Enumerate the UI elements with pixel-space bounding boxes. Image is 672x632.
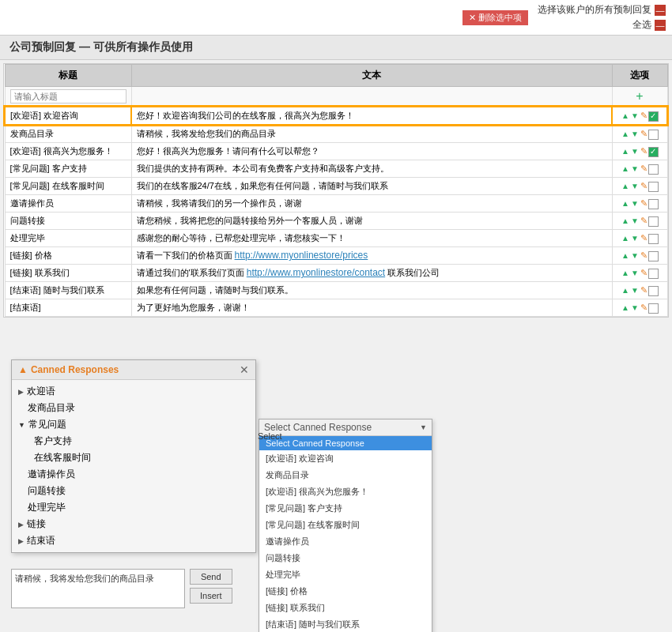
send-button[interactable]: Send	[190, 569, 232, 585]
dropdown-item[interactable]: [常见问题] 在线客服时间	[259, 517, 432, 533]
select-all-minus[interactable]: —	[655, 20, 666, 31]
edit-icon[interactable]: ✎	[640, 285, 647, 295]
move-up-icon[interactable]: ▲	[621, 111, 629, 120]
canned-popup-header: ▲ Canned Responses ✕	[12, 360, 255, 380]
move-up-icon[interactable]: ▲	[621, 269, 629, 277]
insert-button[interactable]: Insert	[190, 588, 232, 604]
edit-icon[interactable]: ✎	[640, 146, 647, 156]
move-down-icon[interactable]: ▼	[631, 130, 639, 138]
add-button[interactable]: +	[612, 87, 667, 107]
edit-icon[interactable]: ✎	[640, 164, 647, 174]
dropdown-item[interactable]: [链接] 价格	[259, 583, 432, 600]
row-checkbox[interactable]	[648, 130, 659, 140]
dropdown-item[interactable]: 发商品目录	[259, 467, 432, 483]
edit-icon[interactable]: ✎	[640, 181, 647, 191]
row-checkbox[interactable]	[648, 147, 659, 157]
row-checkbox[interactable]	[648, 216, 659, 227]
move-up-icon[interactable]: ▲	[621, 216, 629, 225]
row-checkbox[interactable]	[648, 182, 659, 192]
tree-item[interactable]: ▶欢迎语	[12, 383, 255, 400]
move-up-icon[interactable]: ▲	[621, 199, 629, 208]
row-checkbox[interactable]	[648, 303, 659, 314]
dropdown-item[interactable]: [欢迎语] 很高兴为您服务！	[259, 483, 432, 500]
row-checkbox[interactable]	[648, 286, 659, 296]
row-checkbox[interactable]	[648, 234, 659, 244]
tree-item[interactable]: 邀请操作员	[12, 466, 255, 483]
edit-icon[interactable]: ✎	[640, 233, 647, 243]
edit-icon[interactable]: ✎	[640, 268, 647, 278]
dropdown-item[interactable]: 邀请操作员	[259, 533, 432, 550]
table-row: [欢迎语] 很高兴为您服务！您好！很高兴为您服务！请问有什么可以帮您？▲▼✎	[5, 143, 667, 160]
move-up-icon[interactable]: ▲	[621, 286, 629, 295]
move-down-icon[interactable]: ▼	[631, 303, 639, 312]
row-link[interactable]: http://www.myonlinestore/contact	[247, 267, 385, 278]
move-up-icon[interactable]: ▲	[621, 303, 629, 312]
dropdown-item[interactable]: [结束语] 随时与我们联系	[259, 616, 432, 632]
select-account-minus[interactable]: —	[655, 5, 666, 16]
move-up-icon[interactable]: ▲	[621, 251, 629, 260]
move-down-icon[interactable]: ▼	[631, 164, 639, 173]
move-down-icon[interactable]: ▼	[631, 269, 639, 277]
edit-icon[interactable]: ✎	[640, 303, 647, 313]
row-title: 发商品目录	[5, 125, 131, 143]
main-table: 标题 文本 选项 + [欢迎语] 欢迎咨询您好！欢迎咨询我们公司的在线客服，很高…	[4, 64, 668, 317]
canned-close-button[interactable]: ✕	[240, 363, 249, 376]
move-down-icon[interactable]: ▼	[631, 234, 639, 243]
tree-item[interactable]: 问题转接	[12, 483, 255, 499]
row-options: ▲▼✎	[612, 125, 667, 143]
tree-item[interactable]: 处理完毕	[12, 499, 255, 516]
row-options: ▲▼✎	[612, 282, 667, 299]
tree-item[interactable]: 发商品目录	[12, 400, 255, 416]
row-link[interactable]: http://www.myonlinestore/prices	[235, 250, 368, 261]
row-text: 请稍候，我将请我们的另一个操作员，谢谢	[131, 195, 612, 213]
dropdown-item[interactable]: 处理完毕	[259, 566, 432, 583]
title-input[interactable]	[10, 89, 126, 103]
tree-label: 欢迎语	[27, 385, 55, 398]
move-down-icon[interactable]: ▼	[631, 251, 639, 260]
message-textarea[interactable]: 请稍候，我将发给您我们的商品目录	[11, 569, 185, 608]
delete-button[interactable]: ✕ 删除选中项	[462, 10, 528, 25]
table-row: 处理完毕感谢您的耐心等待，已帮您处理完毕，请您核实一下！▲▼✎	[5, 230, 667, 247]
col-header-options: 选项	[612, 65, 667, 87]
tree-item[interactable]: ▶结束语	[12, 532, 255, 549]
move-up-icon[interactable]: ▲	[621, 182, 629, 190]
edit-icon[interactable]: ✎	[640, 250, 647, 261]
select-account-label: 选择该账户的所有预制回复	[538, 3, 651, 17]
row-checkbox[interactable]	[648, 251, 659, 261]
dropdown-arrow-icon[interactable]: ▼	[420, 423, 427, 431]
dropdown-item[interactable]: [链接] 联系我们	[259, 600, 432, 616]
main-table-container: 标题 文本 选项 + [欢迎语] 欢迎咨询您好！欢迎咨询我们公司的在线客服，很高…	[3, 63, 669, 318]
dropdown-item[interactable]: 问题转接	[259, 550, 432, 566]
move-down-icon[interactable]: ▼	[631, 147, 639, 156]
tree-item[interactable]: ▼常见问题	[12, 416, 255, 433]
tree-item[interactable]: 客户支持	[12, 433, 255, 450]
row-checkbox[interactable]	[648, 269, 659, 279]
row-title: [欢迎语] 很高兴为您服务！	[5, 143, 131, 160]
move-down-icon[interactable]: ▼	[631, 182, 639, 190]
dropdown-item[interactable]: [欢迎语] 欢迎咨询	[259, 450, 432, 467]
move-down-icon[interactable]: ▼	[631, 286, 639, 295]
tree-item[interactable]: ▶链接	[12, 516, 255, 532]
row-checkbox[interactable]	[648, 111, 659, 122]
move-up-icon[interactable]: ▲	[621, 234, 629, 243]
edit-icon[interactable]: ✎	[640, 129, 647, 139]
move-down-icon[interactable]: ▼	[631, 216, 639, 225]
dropdown-item[interactable]: Select Canned Response	[259, 436, 432, 450]
move-up-icon[interactable]: ▲	[621, 147, 629, 156]
row-checkbox[interactable]	[648, 164, 659, 175]
dropdown-header: Select Canned Response ▼	[259, 419, 432, 436]
move-down-icon[interactable]: ▼	[631, 199, 639, 208]
row-checkbox[interactable]	[648, 199, 659, 209]
select-account-row: 选择该账户的所有预制回复 —	[538, 3, 666, 17]
move-down-icon[interactable]: ▼	[631, 111, 639, 120]
dropdown-item[interactable]: [常见问题] 客户支持	[259, 500, 432, 517]
edit-icon[interactable]: ✎	[640, 111, 647, 121]
move-up-icon[interactable]: ▲	[621, 164, 629, 173]
move-up-icon[interactable]: ▲	[621, 130, 629, 138]
tree-item[interactable]: 在线客服时间	[12, 450, 255, 466]
add-row: +	[5, 87, 667, 107]
edit-icon[interactable]: ✎	[640, 198, 647, 209]
edit-icon[interactable]: ✎	[640, 216, 647, 226]
row-options: ▲▼✎	[612, 143, 667, 160]
row-text: 请稍候，我将发给您我们的商品目录	[131, 125, 612, 143]
